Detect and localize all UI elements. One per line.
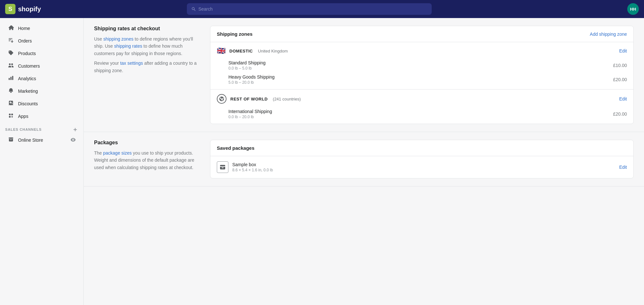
rest-of-world-edit[interactable]: Edit: [619, 96, 627, 101]
rest-of-world-header: REST OF WORLD (241 countries) Edit: [210, 90, 633, 107]
discounts-icon: [8, 100, 14, 107]
tax-settings-link[interactable]: tax settings: [120, 61, 143, 66]
globe-icon: [217, 94, 226, 104]
sidebar-item-discounts[interactable]: Discounts: [3, 98, 81, 110]
shipping-zones-title: Shipping zones: [217, 31, 253, 37]
shipping-rates-description: Shipping rates at checkout Use shipping …: [94, 26, 210, 124]
heavy-goods-weight: 5.0 lb – 20.0 lb: [228, 80, 274, 85]
avatar[interactable]: HH: [627, 3, 639, 15]
rest-of-world-badge: (241 countries): [273, 97, 301, 101]
sidebar-item-label: Products: [18, 51, 36, 56]
add-shipping-zone-link[interactable]: Add shipping zone: [590, 32, 627, 37]
analytics-icon: [8, 75, 14, 82]
online-store-label: Online Store: [18, 138, 43, 143]
sidebar-item-customers[interactable]: Customers: [3, 60, 81, 72]
heavy-goods-rate: Heavy Goods Shipping 5.0 lb – 20.0 lb £2…: [210, 72, 633, 89]
shipping-zones-link[interactable]: shipping zones: [103, 36, 133, 42]
standard-shipping-weight: 0.0 lb – 5.0 lb: [228, 66, 265, 71]
home-icon: [8, 25, 14, 32]
domestic-zone-sub: United Kingdom: [258, 49, 288, 53]
standard-shipping-name: Standard Shipping: [228, 60, 265, 65]
standard-shipping-rate: Standard Shipping 0.0 lb – 5.0 lb £10.00: [210, 58, 633, 72]
saved-packages-title: Saved packages: [217, 145, 255, 151]
international-shipping-rate: International Shipping 0.0 lb – 20.0 lb …: [210, 107, 633, 124]
sidebar-item-products[interactable]: Products: [3, 47, 81, 60]
packages-body: The package sizes you use to ship your p…: [94, 149, 200, 171]
sample-box-edit[interactable]: Edit: [619, 165, 627, 170]
sidebar-item-label: Home: [18, 26, 30, 31]
online-store-icon: [8, 137, 14, 144]
customers-icon: [8, 62, 14, 70]
international-shipping-weight: 0.0 lb – 20.0 lb: [228, 115, 272, 119]
sample-box-row: Sample box 8.6 × 5.4 × 1.6 in, 0.0 lb Ed…: [210, 156, 633, 178]
domestic-zone-edit[interactable]: Edit: [619, 48, 627, 53]
marketing-icon: [8, 88, 14, 95]
international-shipping-price: £20.00: [613, 111, 627, 117]
sidebar-item-label: Orders: [18, 38, 32, 43]
sidebar-item-apps[interactable]: Apps: [3, 110, 81, 122]
domestic-zone-name: DOMESTIC: [229, 49, 253, 53]
sample-box-dims: 8.6 × 5.4 × 1.6 in, 0.0 lb: [232, 168, 273, 172]
search-input[interactable]: [198, 6, 427, 12]
user-menu[interactable]: HH: [627, 3, 639, 15]
sales-channels-label: SALES CHANNELS ＋: [0, 123, 83, 134]
apps-icon: [8, 113, 14, 120]
sidebar-item-online-store[interactable]: Online Store: [3, 134, 81, 146]
orders-icon: [8, 37, 14, 44]
logo-text: shopify: [18, 5, 41, 13]
search-bar[interactable]: [187, 3, 432, 15]
sidebar-item-home[interactable]: Home: [3, 22, 81, 34]
rest-of-world-zone: REST OF WORLD (241 countries) Edit Inter…: [210, 90, 633, 124]
heavy-goods-price: £20.00: [613, 77, 627, 82]
package-box-icon: [217, 161, 228, 173]
shipping-rates-link[interactable]: shipping rates: [114, 43, 142, 49]
eye-icon[interactable]: [71, 137, 76, 143]
package-sizes-link[interactable]: package sizes: [103, 150, 132, 156]
sidebar-item-marketing[interactable]: Marketing: [3, 85, 81, 97]
search-icon: [191, 7, 196, 11]
domestic-zone: 🇬🇧 DOMESTIC United Kingdom Edit Standard…: [210, 42, 633, 90]
top-navigation: S shopify HH: [0, 0, 644, 18]
saved-packages-header: Saved packages: [210, 140, 633, 156]
products-icon: [8, 50, 14, 57]
shipping-rates-tax: Review your tax settings after adding a …: [94, 60, 200, 74]
shipping-rates-section: Shipping rates at checkout Use shipping …: [84, 18, 644, 132]
sidebar-item-label: Discounts: [18, 101, 38, 106]
shopify-logo-icon: S: [5, 4, 15, 14]
main-content: Shipping rates at checkout Use shipping …: [84, 18, 644, 305]
sidebar-item-label: Marketing: [18, 89, 38, 94]
shipping-rates-body: Use shipping zones to define regions whe…: [94, 35, 200, 57]
sidebar-item-label: Apps: [18, 114, 28, 119]
shipping-rates-title: Shipping rates at checkout: [94, 26, 200, 32]
international-shipping-name: International Shipping: [228, 109, 272, 114]
saved-packages-card: Saved packages Sample box 8.6 × 5.4 × 1.…: [210, 140, 634, 178]
sidebar-item-analytics[interactable]: Analytics: [3, 72, 81, 85]
sidebar-item-orders[interactable]: Orders: [3, 35, 81, 47]
shipping-zones-header: Shipping zones Add shipping zone: [210, 26, 633, 42]
add-sales-channel-button[interactable]: ＋: [72, 127, 78, 132]
packages-section: Packages The package sizes you use to sh…: [84, 132, 644, 186]
packages-title: Packages: [94, 140, 200, 146]
packages-description: Packages The package sizes you use to sh…: [94, 140, 210, 178]
standard-shipping-price: £10.00: [613, 63, 627, 68]
heavy-goods-name: Heavy Goods Shipping: [228, 74, 274, 80]
sample-box-name: Sample box: [232, 162, 273, 167]
domestic-zone-header: 🇬🇧 DOMESTIC United Kingdom Edit: [210, 42, 633, 58]
sidebar-item-label: Analytics: [18, 76, 36, 81]
sidebar: Home Orders Products Customers Analytics: [0, 18, 84, 305]
rest-of-world-name: REST OF WORLD: [230, 97, 268, 101]
logo[interactable]: S shopify: [5, 4, 89, 14]
uk-flag-icon: 🇬🇧: [217, 47, 226, 55]
sidebar-item-label: Customers: [18, 63, 40, 69]
shipping-zones-card: Shipping zones Add shipping zone 🇬🇧 DOME…: [210, 26, 634, 124]
